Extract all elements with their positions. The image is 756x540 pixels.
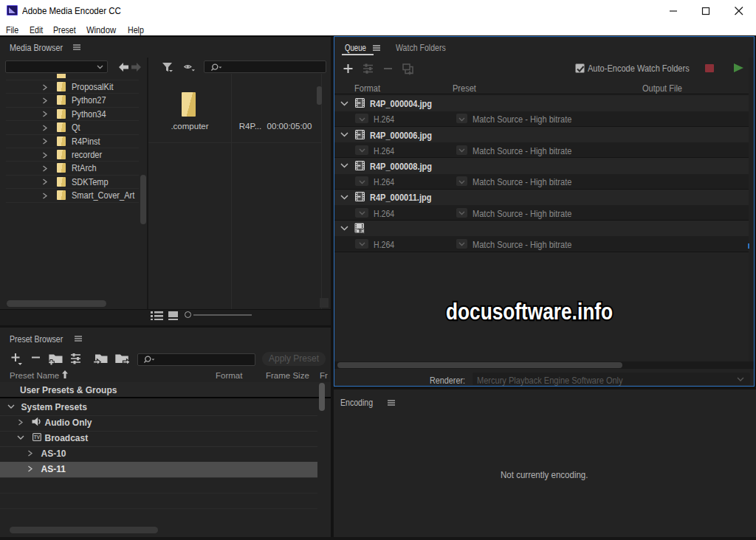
- svg-text:TV: TV: [34, 435, 41, 440]
- svg-text:docusoftware.info: docusoftware.info: [446, 299, 613, 325]
